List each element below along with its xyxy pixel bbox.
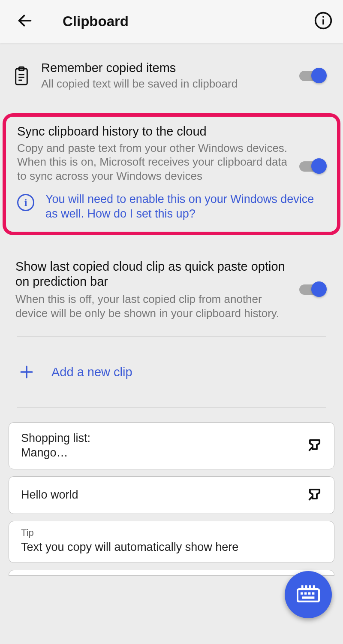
svg-rect-17 [312, 592, 314, 594]
show-last-toggle[interactable] [299, 283, 326, 296]
pin-icon[interactable] [306, 485, 324, 505]
sync-title: Sync clipboard history to the cloud [17, 124, 297, 139]
clips-list: Shopping list: Mango… Hello world Tip Te… [0, 417, 343, 575]
clip-text: Shopping list: Mango… [21, 431, 306, 460]
show-last-clip-setting[interactable]: Show last copied cloud clip as quick pas… [0, 235, 343, 337]
add-clip-button[interactable]: Add a new clip [0, 337, 343, 407]
sync-info-link[interactable]: i You will need to enable this on your W… [17, 192, 326, 221]
page-title: Clipboard [63, 13, 314, 30]
clip-item[interactable]: Hello world [9, 476, 334, 514]
app-header: Clipboard [0, 0, 343, 43]
remember-copied-setting[interactable]: Remember copied items All copied text wi… [0, 43, 343, 109]
clipboard-icon [13, 66, 30, 86]
keyboard-fab[interactable] [285, 571, 332, 618]
add-clip-label: Add a new clip [51, 365, 132, 379]
show-last-title: Show last copied cloud clip as quick pas… [15, 259, 289, 289]
divider [17, 407, 326, 408]
remember-toggle[interactable] [299, 70, 326, 82]
clip-item-partial [9, 570, 334, 576]
remember-title: Remember copied items [41, 61, 289, 75]
sync-subtitle: Copy and paste text from your other Wind… [17, 141, 297, 183]
svg-rect-22 [313, 585, 315, 588]
sync-clipboard-setting[interactable]: Sync clipboard history to the cloud Copy… [3, 113, 340, 235]
tip-label: Tip [21, 527, 324, 538]
svg-rect-18 [302, 596, 315, 599]
info-circle-icon: i [17, 194, 34, 211]
svg-rect-21 [309, 585, 311, 588]
svg-rect-13 [298, 589, 319, 602]
tip-card[interactable]: Tip Text you copy will automatically sho… [9, 521, 334, 563]
back-icon[interactable] [16, 12, 33, 31]
keyboard-icon [297, 585, 320, 604]
clip-text: Hello world [21, 488, 306, 502]
clip-item[interactable]: Shopping list: Mango… [9, 422, 334, 469]
info-icon[interactable] [314, 11, 333, 32]
plus-icon [17, 363, 36, 381]
sync-info-text: You will need to enable this on your Win… [45, 192, 326, 221]
remember-subtitle: All copied text will be saved in clipboa… [41, 77, 289, 91]
pin-icon[interactable] [306, 436, 324, 456]
show-last-subtitle: When this is off, your last copied clip … [15, 292, 289, 320]
svg-point-3 [322, 16, 324, 18]
sync-toggle[interactable] [299, 160, 326, 173]
svg-rect-14 [301, 592, 303, 594]
svg-rect-19 [301, 585, 304, 588]
svg-rect-15 [304, 592, 307, 594]
svg-rect-20 [305, 585, 307, 588]
svg-rect-16 [308, 592, 310, 594]
tip-text: Text you copy will automatically show he… [21, 540, 324, 555]
